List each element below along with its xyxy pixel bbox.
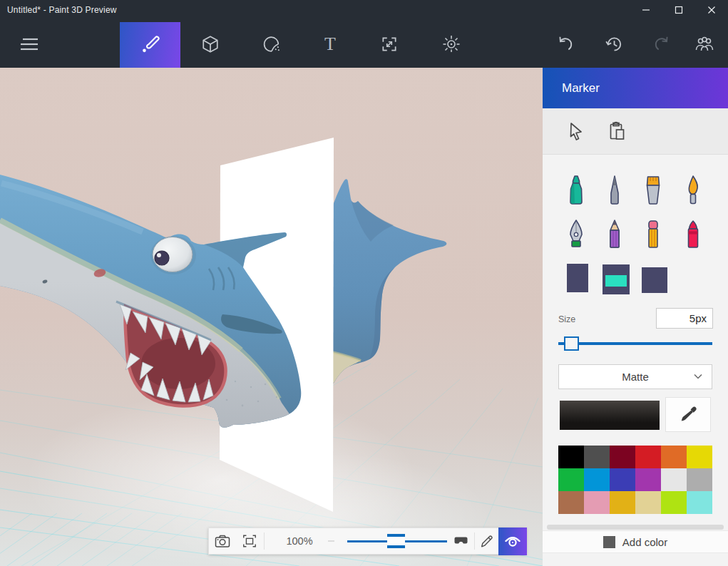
- close-icon: [707, 6, 716, 14]
- size-label: Size: [558, 314, 575, 324]
- view-toolbar: 100%: [208, 528, 526, 555]
- history-button[interactable]: [605, 35, 623, 53]
- mixed-reality-icon: [454, 537, 468, 545]
- remix-3d-button[interactable]: [694, 35, 714, 53]
- add-color-label: Add color: [622, 536, 667, 548]
- mixed-reality-button[interactable]: [450, 528, 471, 554]
- tool-fill[interactable]: [603, 264, 630, 294]
- palette-swatch[interactable]: [635, 468, 661, 491]
- history-icon: [605, 35, 623, 53]
- pencil-2d-icon: [479, 533, 495, 549]
- eyedropper-icon: [679, 406, 697, 424]
- tool-calligraphy-pen[interactable]: [565, 216, 587, 255]
- palette-swatch[interactable]: [558, 491, 584, 514]
- tool-marker[interactable]: [565, 172, 587, 211]
- panel-scrollbar[interactable]: [547, 525, 724, 530]
- palette-swatch[interactable]: [687, 468, 712, 491]
- chevron-down-icon: [694, 374, 702, 379]
- palette-swatch[interactable]: [610, 446, 635, 468]
- canvas-icon: [380, 35, 399, 53]
- canvas-button[interactable]: [380, 35, 399, 53]
- palette-swatch[interactable]: [584, 491, 610, 514]
- canvas-viewport[interactable]: 100%: [0, 68, 543, 566]
- current-color-swatch[interactable]: [560, 401, 660, 430]
- maximize-button[interactable]: [662, 0, 695, 20]
- titlebar: Untitled* - Paint 3D Preview: [0, 0, 728, 20]
- 3d-scene: [0, 68, 543, 566]
- palette-swatch[interactable]: [687, 446, 712, 468]
- redo-button[interactable]: [652, 35, 671, 53]
- palette-swatch[interactable]: [558, 446, 584, 468]
- menu-icon: [19, 36, 39, 52]
- top-toolbar: T: [0, 20, 728, 68]
- brush-tool-icon: [140, 34, 161, 56]
- palette-swatch[interactable]: [661, 491, 687, 514]
- stickers-button[interactable]: [262, 34, 282, 53]
- palette-swatch[interactable]: [610, 491, 635, 514]
- tool-crayon[interactable]: [682, 216, 704, 255]
- size-slider-track[interactable]: [558, 342, 712, 345]
- palette-swatch[interactable]: [610, 468, 635, 491]
- tool-placeholder[interactable]: [642, 267, 667, 293]
- window-controls: [630, 0, 728, 20]
- palette-swatch[interactable]: [687, 491, 712, 514]
- text-button[interactable]: T: [324, 35, 336, 53]
- undo-button[interactable]: [556, 35, 575, 53]
- palette-swatch[interactable]: [635, 491, 661, 514]
- size-slider-thumb[interactable]: [564, 336, 579, 351]
- 3d-shapes-icon: [201, 35, 220, 53]
- text-icon: T: [324, 35, 336, 53]
- zoom-out-dash: [328, 540, 334, 542]
- effects-icon: [441, 34, 461, 54]
- add-color-icon: [603, 536, 615, 548]
- palette-swatch[interactable]: [661, 446, 687, 468]
- select-button[interactable]: [564, 118, 588, 144]
- 3d-view-button-active[interactable]: [498, 528, 527, 555]
- tool-eraser[interactable]: [642, 216, 664, 255]
- color-palette: [558, 446, 712, 514]
- zoom-fit-button[interactable]: [236, 528, 263, 554]
- palette-swatch[interactable]: [635, 446, 661, 468]
- redo-icon: [652, 35, 671, 53]
- paint3d-window: Untitled* - Paint 3D Preview: [0, 0, 728, 566]
- screenshot-button[interactable]: [209, 528, 236, 554]
- eyedropper-button[interactable]: [665, 397, 711, 432]
- tool-oil-brush[interactable]: [682, 172, 704, 211]
- size-input[interactable]: [656, 308, 713, 329]
- finish-value: Matte: [622, 371, 649, 383]
- undo-icon: [556, 35, 575, 53]
- edit-2d-button[interactable]: [475, 528, 498, 554]
- panel-header: Marker: [543, 68, 728, 108]
- maximize-icon: [675, 6, 683, 14]
- panel-title: Marker: [543, 68, 728, 108]
- close-button[interactable]: [695, 0, 728, 20]
- 3d-view-icon: [503, 534, 522, 550]
- toolbar-divider: [264, 532, 265, 550]
- camera-icon: [214, 533, 231, 549]
- brushes-tab-selected[interactable]: [120, 22, 180, 68]
- tool-pixel-pen[interactable]: [604, 172, 625, 211]
- palette-swatch[interactable]: [558, 468, 584, 491]
- paste-button[interactable]: [605, 118, 630, 144]
- finish-dropdown[interactable]: Matte: [558, 364, 712, 389]
- zoom-fit-icon: [242, 533, 257, 549]
- palette-swatch[interactable]: [584, 446, 610, 468]
- window-title: Untitled* - Paint 3D Preview: [0, 5, 117, 15]
- menu-button[interactable]: [19, 36, 39, 52]
- palette-swatch[interactable]: [661, 468, 687, 491]
- tool-pencil[interactable]: [604, 216, 625, 255]
- palette-swatch[interactable]: [584, 468, 610, 491]
- minimize-icon: [642, 6, 650, 14]
- minimize-button[interactable]: [630, 0, 662, 20]
- tool-spray-can[interactable]: [567, 264, 588, 292]
- zoom-slider-thumb[interactable]: [387, 534, 405, 548]
- 3d-shapes-button[interactable]: [201, 35, 220, 53]
- shark-eye: [150, 236, 196, 274]
- brushes-panel: Marker: [543, 68, 728, 566]
- paste-icon: [608, 121, 627, 141]
- tool-watercolour-brush[interactable]: [642, 172, 664, 211]
- effects-button[interactable]: [441, 34, 461, 54]
- add-color-button[interactable]: Add color: [543, 530, 728, 553]
- select-icon: [568, 122, 585, 141]
- stickers-icon: [262, 34, 282, 53]
